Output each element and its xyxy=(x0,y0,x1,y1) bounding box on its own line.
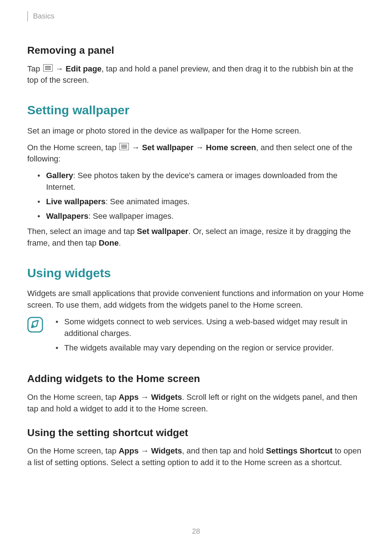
heading-setting-shortcut-widget: Using the setting shortcut widget xyxy=(27,426,365,440)
text-fragment: , and then tap and hold xyxy=(182,446,266,455)
text-fragment: On the Home screen, tap xyxy=(27,393,119,402)
paragraph-adding-widgets: On the Home screen, tap Apps → Widgets. … xyxy=(27,391,365,415)
text-fragment: → xyxy=(139,446,151,455)
paragraph-setting-wallpaper-intro: Set an image or photo stored in the devi… xyxy=(27,125,365,137)
text-fragment: On the Home screen, tap xyxy=(27,143,119,152)
done-label: Done xyxy=(99,238,119,247)
breadcrumb: Basics xyxy=(33,11,54,21)
text-fragment: → xyxy=(139,393,151,402)
header-divider xyxy=(27,11,28,21)
paragraph-removing-panel: Tap → Edit page, tap and hold a panel pr… xyxy=(27,63,365,86)
widgets-label: Widgets xyxy=(151,393,182,402)
text-fragment: . xyxy=(119,238,121,247)
edit-page-label: Edit page xyxy=(66,64,102,73)
list-item: Live wallpapers: See animated images. xyxy=(37,196,365,208)
list-item: Gallery: See photos taken by the device'… xyxy=(37,170,365,193)
option-gallery-label: Gallery xyxy=(46,171,73,180)
heading-using-widgets: Using widgets xyxy=(27,264,365,282)
page-number: 28 xyxy=(0,526,392,537)
note-list: Some widgets connect to web services. Us… xyxy=(56,316,365,357)
text-fragment: → xyxy=(132,143,142,152)
widgets-label: Widgets xyxy=(151,446,182,455)
svg-rect-8 xyxy=(28,317,42,332)
text-fragment: : See photos taken by the device's camer… xyxy=(46,171,338,192)
text-fragment: → xyxy=(196,143,206,152)
heading-removing-panel: Removing a panel xyxy=(27,43,365,58)
menu-icon xyxy=(43,63,53,75)
text-fragment: On the Home screen, tap xyxy=(27,446,119,455)
set-wallpaper-action: Set wallpaper xyxy=(137,227,188,236)
text-fragment: Tap xyxy=(27,64,42,73)
settings-shortcut-label: Settings Shortcut xyxy=(266,446,332,455)
note-icon xyxy=(27,317,43,333)
heading-adding-widgets: Adding widgets to the Home screen xyxy=(27,372,365,386)
home-screen-label: Home screen xyxy=(206,143,256,152)
heading-setting-wallpaper: Setting wallpaper xyxy=(27,101,365,119)
apps-label: Apps xyxy=(119,393,139,402)
apps-label: Apps xyxy=(119,446,139,455)
paragraph-setting-wallpaper-outro: Then, select an image and tap Set wallpa… xyxy=(27,226,365,249)
paragraph-setting-wallpaper-steps: On the Home screen, tap → Set wallpaper … xyxy=(27,142,365,165)
option-wallpapers-label: Wallpapers xyxy=(46,212,89,221)
text-fragment: : See animated images. xyxy=(106,197,189,206)
paragraph-using-widgets-intro: Widgets are small applications that prov… xyxy=(27,288,365,311)
text-fragment: → xyxy=(56,64,66,73)
text-fragment: : See wallpaper images. xyxy=(89,212,174,221)
note-item: Some widgets connect to web services. Us… xyxy=(56,316,365,339)
page-header: Basics xyxy=(27,11,365,21)
note-block: Some widgets connect to web services. Us… xyxy=(27,316,365,357)
note-item: The widgets available may vary depending… xyxy=(56,342,365,354)
paragraph-setting-shortcut-widget: On the Home screen, tap Apps → Widgets, … xyxy=(27,445,365,468)
menu-icon xyxy=(119,142,129,153)
set-wallpaper-label: Set wallpaper xyxy=(142,143,193,152)
option-live-wallpapers-label: Live wallpapers xyxy=(46,197,106,206)
wallpaper-options-list: Gallery: See photos taken by the device'… xyxy=(27,170,365,222)
text-fragment: Then, select an image and tap xyxy=(27,227,137,236)
list-item: Wallpapers: See wallpaper images. xyxy=(37,210,365,222)
